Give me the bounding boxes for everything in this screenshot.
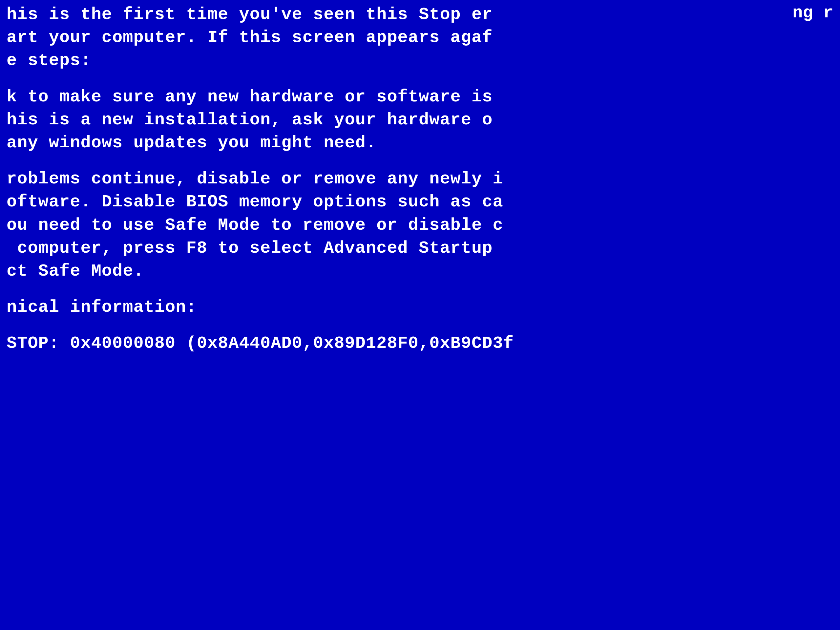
bsod-line-14: nical information: — [6, 296, 834, 319]
bsod-line-5: his is a new installation, ask your hard… — [6, 109, 834, 131]
bsod-line-4: k to make sure any new hardware or softw… — [6, 86, 834, 109]
bsod-line-12: ct Safe Mode. — [6, 260, 834, 283]
bsod-line-15 — [6, 319, 834, 332]
bsod-line-3 — [6, 73, 834, 86]
bsod-line-0: his is the first time you've seen this S… — [6, 3, 834, 26]
bsod-line-16: STOP: 0x40000080 (0x8A440AD0,0x89D128F0,… — [6, 332, 834, 355]
bsod-line-10: ou need to use Safe Mode to remove or di… — [6, 214, 834, 237]
bsod-screen: ng r his is the first time you've seen t… — [0, 0, 840, 630]
bsod-text-block: his is the first time you've seen this S… — [0, 0, 840, 358]
bsod-line-1: art your computer. If this screen appear… — [6, 26, 834, 49]
bsod-line-2: e steps: — [6, 49, 834, 72]
bsod-line-11: computer, press F8 to select Advanced St… — [6, 237, 834, 260]
bsod-line-13 — [6, 283, 834, 296]
bsod-line-9: oftware. Disable BIOS memory options suc… — [6, 191, 834, 214]
bsod-line-8: roblems continue, disable or remove any … — [6, 168, 834, 191]
bsod-line-6: any windows updates you might need. — [6, 131, 834, 155]
bsod-line-7 — [6, 155, 834, 168]
